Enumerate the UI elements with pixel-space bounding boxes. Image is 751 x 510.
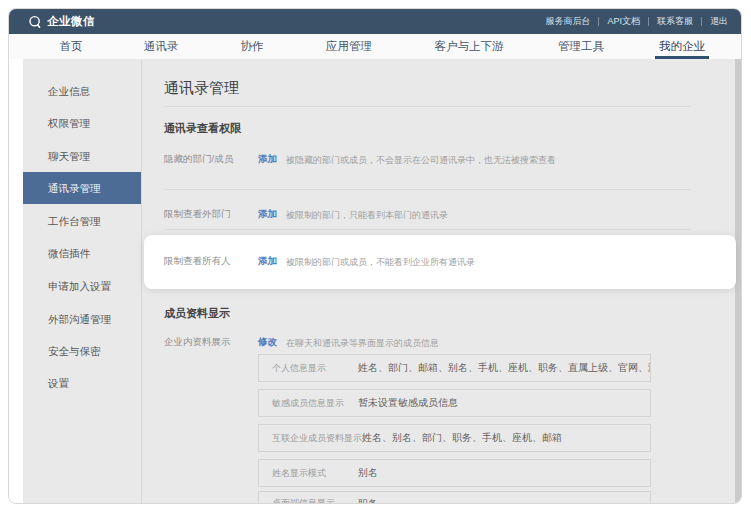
api-docs-link[interactable]: API文档 (607, 15, 640, 28)
modify-internal-profile-button[interactable]: 修改 (258, 336, 277, 349)
field-label: 敏感成员信息显示 (272, 397, 358, 410)
section-heading-view-permission: 通讯录查看权限 (164, 121, 241, 136)
separator (598, 17, 599, 26)
divider (164, 189, 691, 190)
field-value: 别名 (358, 466, 386, 480)
field-label: 姓名显示模式 (272, 467, 358, 480)
tab-customers[interactable]: 客户与上下游 (435, 34, 504, 59)
add-restrict-everyone-button[interactable]: 添加 (258, 255, 277, 268)
field-value: 姓名、别名、部门、职务、手机、座机、邮箱 (362, 431, 570, 445)
topbar: 企业微信 服务商后台 API文档 联系客服 退出 (9, 9, 741, 34)
row-desc-internal-profile: 在聊天和通讯录等界面显示的成员信息 (286, 337, 439, 350)
topbar-links: 服务商后台 API文档 联系客服 退出 (545, 15, 728, 28)
admin-console-window: 企业微信 服务商后台 API文档 联系客服 退出 首页 通讯录 协作 应用管理 … (8, 8, 742, 504)
contact-support-link[interactable]: 联系客服 (657, 15, 693, 28)
section-heading-member-profile: 成员资料显示 (164, 306, 230, 321)
service-provider-console-link[interactable]: 服务商后台 (545, 15, 590, 28)
tab-app-management[interactable]: 应用管理 (326, 34, 372, 59)
add-hidden-departments-button[interactable]: 添加 (258, 153, 277, 166)
content-area: 通讯录管理 通讯录查看权限 隐藏的部门/成员 添加 被隐藏的部门或成员，不会显示… (23, 59, 735, 503)
divider (164, 229, 691, 230)
row-desc-restrict-everyone: 被限制的部门或成员，不能看到企业所有通讯录 (286, 256, 475, 269)
field-value: 暂未设置敏感成员信息 (358, 396, 466, 410)
tab-admin-tools[interactable]: 管理工具 (558, 34, 604, 59)
brand: 企业微信 (28, 14, 95, 29)
field-label: 个人信息显示 (272, 362, 358, 375)
field-sensitive-member-info-display: 敏感成员信息显示 暂未设置敏感成员信息 (258, 389, 651, 417)
settings-panel: 企业信息 权限管理 聊天管理 通讯录管理 工作台管理 微信插件 申请加入设置 外… (23, 59, 735, 503)
separator (701, 17, 702, 26)
field-value: 姓名、部门、邮箱、别名、手机、座机、职务、直属上级、官网、测... (358, 361, 650, 375)
field-linked-enterprise-profile-display: 互联企业成员资料显示 姓名、别名、部门、职务、手机、座机、邮箱 (258, 424, 651, 452)
tab-my-company[interactable]: 我的企业 (659, 34, 705, 59)
separator (648, 17, 649, 26)
app-body: 企业信息 权限管理 聊天管理 通讯录管理 工作台管理 微信插件 申请加入设置 外… (9, 59, 741, 503)
row-label-hidden-departments: 隐藏的部门/成员 (164, 153, 233, 166)
add-restrict-outside-department-button[interactable]: 添加 (258, 208, 277, 221)
row-desc-restrict-outside-department: 被限制的部门，只能看到本部门的通讯录 (286, 209, 448, 222)
tab-home[interactable]: 首页 (60, 34, 83, 59)
wework-logo-icon (28, 15, 42, 29)
row-label-restrict-outside-department: 限制查看外部门 (164, 208, 231, 221)
field-desktop-info-display: 桌面端信息显示 职务 (258, 491, 651, 504)
row-label-internal-profile: 企业内资料展示 (164, 336, 231, 349)
field-label: 桌面端信息显示 (272, 497, 358, 504)
field-name-display-mode: 姓名显示模式 别名 (258, 459, 651, 487)
row-desc-hidden-departments: 被隐藏的部门或成员，不会显示在公司通讯录中，也无法被搜索查看 (286, 154, 556, 167)
main-nav: 首页 通讯录 协作 应用管理 客户与上下游 管理工具 我的企业 (9, 34, 741, 59)
field-value: 职务 (358, 497, 386, 504)
field-personal-info-display: 个人信息显示 姓名、部门、邮箱、别名、手机、座机、职务、直属上级、官网、测... (258, 354, 651, 382)
row-label-restrict-everyone: 限制查看所有人 (164, 255, 231, 268)
logout-link[interactable]: 退出 (710, 15, 728, 28)
tab-collaboration[interactable]: 协作 (241, 34, 264, 59)
page-title: 通讯录管理 (164, 79, 239, 98)
brand-name: 企业微信 (47, 14, 95, 29)
tab-contacts[interactable]: 通讯录 (144, 34, 179, 59)
divider (164, 106, 691, 107)
field-label: 互联企业成员资料显示 (272, 432, 362, 445)
